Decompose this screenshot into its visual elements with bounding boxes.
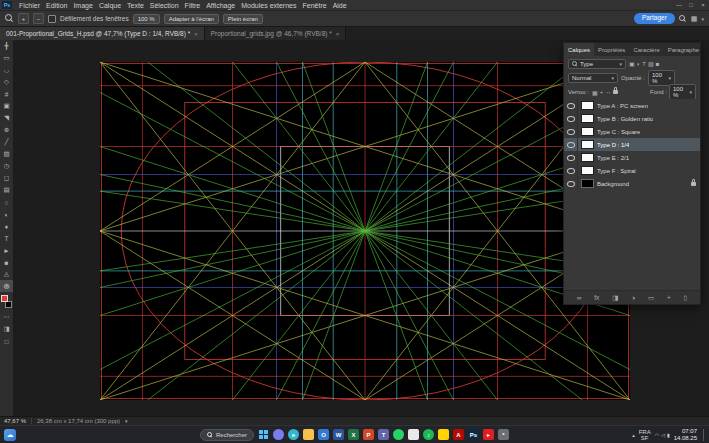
menu-item-s-lection[interactable]: Sélection bbox=[147, 2, 182, 9]
lasso-tool-icon[interactable]: ◡ bbox=[0, 64, 13, 76]
fill-input[interactable]: 100 % ▾ bbox=[669, 84, 696, 100]
quick-mask-icon[interactable]: ◨ bbox=[0, 323, 13, 335]
path-selection-tool-icon[interactable]: ► bbox=[0, 244, 13, 256]
visibility-toggle[interactable] bbox=[564, 125, 578, 138]
chevron-down-icon[interactable]: ▾ bbox=[701, 16, 704, 22]
fit-screen-button[interactable]: Adapter à l'écran bbox=[164, 14, 219, 24]
lock-position-icon[interactable]: ↔ bbox=[605, 89, 611, 95]
layer-row[interactable]: Background bbox=[564, 177, 700, 190]
crop-tool-icon[interactable]: # bbox=[0, 88, 13, 100]
menu-item-aide[interactable]: Aide bbox=[330, 2, 350, 9]
blend-mode-select[interactable]: Normal ▾ bbox=[568, 73, 618, 83]
foreground-color-swatch[interactable] bbox=[1, 295, 8, 302]
document-tab[interactable]: 001-Proportional_Grids_H.psd @ 47,7% (Ty… bbox=[0, 27, 205, 40]
layer-thumbnail[interactable] bbox=[581, 153, 594, 162]
frame-tool-icon[interactable]: ▣ bbox=[0, 100, 13, 112]
layer-thumbnail[interactable] bbox=[581, 140, 594, 149]
panel-tab-propri-t-s[interactable]: Propriétés bbox=[594, 43, 629, 56]
eyedropper-tool-icon[interactable]: ◥ bbox=[0, 112, 13, 124]
visibility-toggle[interactable] bbox=[564, 177, 578, 190]
filter-type-layers-icon[interactable]: T bbox=[642, 61, 646, 67]
menu-item-modules-externes[interactable]: Modules externes bbox=[238, 2, 299, 9]
type-tool-icon[interactable]: T bbox=[0, 232, 13, 244]
menu-item-image[interactable]: Image bbox=[70, 2, 95, 9]
layer-thumbnail[interactable] bbox=[581, 114, 594, 123]
zoom-out-toggle[interactable]: − bbox=[33, 13, 44, 24]
shape-tool-icon[interactable]: ■ bbox=[0, 256, 13, 268]
taskbar-youtube-icon[interactable]: ▸ bbox=[483, 429, 494, 440]
taskbar-acrobat-icon[interactable]: A bbox=[453, 429, 464, 440]
healing-brush-tool-icon[interactable]: ⊕ bbox=[0, 124, 13, 136]
delete-layer-icon[interactable]: ▯ bbox=[684, 294, 688, 302]
battery-icon[interactable]: ▮ bbox=[667, 432, 670, 438]
panel-tab-paragraphe[interactable]: Paragraphe bbox=[664, 43, 700, 56]
show-desktop-button[interactable] bbox=[703, 429, 706, 441]
filter-shape-layers-icon[interactable]: ▨ bbox=[648, 60, 654, 67]
close-button[interactable]: × bbox=[697, 0, 709, 10]
layer-filter-select[interactable]: Type ▾ bbox=[568, 59, 626, 69]
layer-style-icon[interactable]: fx bbox=[594, 294, 599, 301]
taskbar-excel-icon[interactable]: X bbox=[348, 429, 359, 440]
menu-item-affichage[interactable]: Affichage bbox=[203, 2, 238, 9]
maximize-button[interactable]: □ bbox=[685, 0, 697, 10]
zoom-in-toggle[interactable]: + bbox=[18, 13, 29, 24]
layer-row[interactable]: Type B : Golden ratio bbox=[564, 112, 700, 125]
new-layer-icon[interactable]: + bbox=[667, 294, 671, 301]
link-layers-icon[interactable]: ∞ bbox=[577, 294, 582, 301]
tray-overflow-icon[interactable]: ▴ bbox=[632, 432, 635, 438]
zoom-level[interactable]: 47,67 % bbox=[4, 418, 26, 424]
filter-smart-objects-icon[interactable]: ■ bbox=[656, 61, 660, 67]
document-canvas[interactable] bbox=[100, 62, 630, 400]
adjustment-layer-icon[interactable]: ◑ bbox=[631, 294, 635, 301]
filter-adjustment-layers-icon[interactable]: ◐ bbox=[637, 61, 641, 67]
visibility-toggle[interactable] bbox=[564, 99, 578, 112]
wifi-icon[interactable]: ◠ bbox=[655, 432, 659, 438]
dodge-tool-icon[interactable]: ◐ bbox=[0, 208, 13, 220]
layer-thumbnail[interactable] bbox=[581, 101, 594, 110]
taskbar-powerpoint-icon[interactable]: P bbox=[363, 429, 374, 440]
lock-pixels-icon[interactable]: + bbox=[600, 89, 604, 95]
panel-tab-calques[interactable]: Calques bbox=[564, 43, 594, 56]
panel-tab-caract-re[interactable]: Caractère bbox=[629, 43, 663, 56]
hand-tool-icon[interactable]: ◬ bbox=[0, 268, 13, 280]
layer-row[interactable]: Type A : PC screen bbox=[564, 99, 700, 112]
background-color-swatch[interactable] bbox=[5, 301, 12, 308]
layer-mask-icon[interactable]: ◨ bbox=[612, 294, 618, 302]
visibility-toggle[interactable] bbox=[564, 112, 578, 125]
taskbar-word-icon[interactable]: W bbox=[333, 429, 344, 440]
history-brush-tool-icon[interactable]: ◷ bbox=[0, 160, 13, 172]
quick-selection-tool-icon[interactable]: ◇ bbox=[0, 76, 13, 88]
zoom-100-button[interactable]: 100 % bbox=[133, 14, 160, 24]
taskbar-outlook-icon[interactable]: O bbox=[318, 429, 329, 440]
volume-icon[interactable]: ◁ bbox=[661, 432, 665, 438]
status-chevron-icon[interactable]: ▾ bbox=[125, 418, 128, 424]
visibility-toggle[interactable] bbox=[564, 164, 578, 177]
tab-close-icon[interactable]: × bbox=[336, 31, 340, 37]
layer-row[interactable]: Type F : Spiral bbox=[564, 164, 700, 177]
minimize-button[interactable]: — bbox=[673, 0, 685, 10]
layer-thumbnail[interactable] bbox=[581, 166, 594, 175]
layer-thumbnail[interactable] bbox=[581, 179, 594, 188]
taskbar-spotify-icon[interactable]: ♪ bbox=[423, 429, 434, 440]
blur-tool-icon[interactable]: ○ bbox=[0, 196, 13, 208]
layer-row[interactable]: Type E : 2/1 bbox=[564, 151, 700, 164]
gradient-tool-icon[interactable]: ▤ bbox=[0, 184, 13, 196]
group-layers-icon[interactable]: ▭ bbox=[648, 294, 654, 302]
language-indicator[interactable]: FRA SF bbox=[639, 429, 651, 441]
edit-toolbar-icon[interactable]: ⋯ bbox=[0, 311, 13, 323]
visibility-toggle[interactable] bbox=[564, 151, 578, 164]
layer-row[interactable]: Type D : 1/4 bbox=[564, 138, 700, 151]
move-tool-icon[interactable]: ╋ bbox=[0, 40, 13, 52]
filter-pixel-layers-icon[interactable]: ▣ bbox=[629, 60, 635, 67]
taskbar-explorer-icon[interactable] bbox=[303, 429, 314, 440]
zoom-tool-icon[interactable]: ◎ bbox=[0, 280, 13, 292]
menu-item-calque[interactable]: Calque bbox=[96, 2, 124, 9]
taskbar-snapchat-icon[interactable] bbox=[438, 429, 449, 440]
eraser-tool-icon[interactable]: ◻ bbox=[0, 172, 13, 184]
visibility-toggle[interactable] bbox=[564, 138, 578, 151]
taskbar-edge-icon[interactable]: e bbox=[288, 429, 299, 440]
taskbar-copilot-icon[interactable] bbox=[273, 429, 284, 440]
share-button[interactable]: Partager bbox=[634, 13, 675, 24]
tab-close-icon[interactable]: × bbox=[194, 31, 198, 37]
lock-all-icon[interactable] bbox=[613, 90, 618, 94]
